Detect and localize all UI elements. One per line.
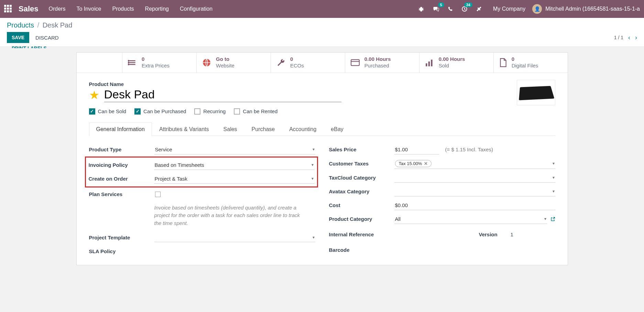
pager-prev[interactable]: ‹ — [628, 34, 630, 41]
taxcloud-select[interactable]: ▾ — [394, 173, 555, 183]
stat-digital-files[interactable]: 0Digital Files — [493, 53, 568, 73]
product-image[interactable] — [517, 80, 555, 105]
discard-button[interactable]: DISCARD — [35, 35, 59, 41]
menu-to-invoice[interactable]: To Invoice — [76, 6, 101, 12]
sla-policy-select[interactable] — [154, 246, 315, 256]
tab-accounting[interactable]: Accounting — [282, 122, 324, 136]
stat-spacer — [77, 53, 122, 73]
field-sla-policy: SLA Policy — [89, 244, 315, 258]
tab-purchase[interactable]: Purchase — [244, 122, 282, 136]
field-taxcloud-category: TaxCloud Category ▾ — [329, 171, 555, 185]
caret-down-icon: ▾ — [312, 176, 314, 181]
apps-icon[interactable] — [4, 5, 12, 13]
menu-orders[interactable]: Orders — [49, 6, 66, 12]
left-column: Product Type Service▾ Invoicing Policy B… — [89, 143, 315, 258]
stat-website[interactable]: Go toWebsite — [196, 53, 271, 73]
breadcrumb-root[interactable]: Products — [7, 21, 34, 29]
caret-down-icon: ▾ — [313, 235, 315, 240]
svg-rect-12 — [431, 60, 432, 66]
product-type-select[interactable]: Service▾ — [154, 145, 315, 154]
field-invoicing-policy: Invoicing Policy Based on Timesheets▾ — [89, 158, 314, 172]
internal-ref-input[interactable] — [394, 230, 472, 239]
card-icon — [351, 59, 360, 66]
wrench-icon — [276, 58, 285, 67]
messages-icon[interactable]: 5 — [433, 6, 439, 12]
globe-icon — [202, 58, 211, 67]
check-recurring[interactable]: Recurring — [194, 108, 226, 115]
check-can-be-purchased[interactable]: Can be Purchased — [134, 108, 186, 115]
check-can-be-rented[interactable]: Can be Rented — [234, 108, 277, 115]
version-label: Version — [479, 232, 510, 237]
check-can-be-sold[interactable]: Can be Sold — [89, 108, 127, 115]
control-panel: Products / Desk Pad SAVE DISCARD 1 / 1 ‹… — [0, 18, 644, 47]
checkbox-icon[interactable] — [234, 108, 240, 115]
topbar: Sales Orders To Invoice Products Reporti… — [0, 0, 644, 18]
menu-products[interactable]: Products — [112, 6, 134, 12]
external-link-icon[interactable] — [550, 217, 555, 222]
messages-badge: 5 — [438, 2, 444, 7]
checkbox-icon[interactable] — [89, 108, 95, 115]
field-product-type: Product Type Service▾ — [89, 143, 315, 157]
stat-extra-prices[interactable]: 0Extra Prices — [122, 53, 196, 73]
customer-taxes-input[interactable]: Tax 15.00%✕ ▾ — [394, 159, 555, 169]
caret-down-icon: ▾ — [553, 189, 555, 194]
tab-sales[interactable]: Sales — [216, 122, 244, 136]
pager: 1 / 1 ‹ › — [614, 34, 637, 41]
right-column: Sales Price $1.00 (= $ 1.15 Incl. Taxes)… — [329, 143, 555, 258]
invoicing-policy-select[interactable]: Based on Timesheets▾ — [154, 160, 314, 170]
favorite-star-icon[interactable]: ★ — [89, 88, 99, 102]
product-category-select[interactable]: All▾ — [394, 214, 547, 224]
create-on-order-select[interactable]: Project & Task▾ — [154, 174, 314, 184]
field-barcode: Barcode — [329, 243, 555, 257]
svg-point-6 — [128, 64, 129, 65]
caret-down-icon: ▾ — [312, 162, 314, 167]
plan-services-checkbox[interactable] — [155, 192, 161, 197]
project-template-select[interactable]: ▾ — [154, 233, 315, 242]
activities-icon[interactable]: 34 — [461, 6, 468, 12]
stat-ecos[interactable]: 0ECOs — [271, 53, 345, 73]
svg-rect-11 — [428, 62, 429, 66]
caret-down-icon: ▾ — [553, 175, 555, 180]
checkbox-icon[interactable] — [194, 108, 200, 115]
user-name: Mitchell Admin (16654581-saas-15-1-a — [545, 6, 640, 12]
svg-rect-10 — [426, 63, 427, 66]
field-cost: Cost $0.00 — [329, 198, 555, 212]
stat-buttons: 0Extra Prices Go toWebsite 0ECOs 0.00 Ho… — [77, 53, 568, 73]
caret-down-icon: ▾ — [544, 216, 546, 221]
app-brand[interactable]: Sales — [19, 4, 39, 13]
menu-configuration[interactable]: Configuration — [180, 6, 212, 12]
product-name-label: Product Name — [89, 81, 555, 87]
breadcrumb-current: Desk Pad — [43, 21, 73, 29]
phone-icon[interactable] — [448, 6, 453, 12]
highlighted-fields: Invoicing Policy Based on Timesheets▾ Cr… — [85, 157, 318, 187]
menu-reporting[interactable]: Reporting — [145, 6, 169, 12]
user-menu[interactable]: 👤 Mitchell Admin (16654581-saas-15-1-a — [532, 4, 640, 14]
svg-rect-8 — [351, 60, 359, 65]
incl-tax-text: (= $ 1.15 Incl. Taxes) — [445, 147, 493, 152]
pager-next[interactable]: › — [635, 34, 637, 41]
field-internal-reference: Internal Reference Version 1 — [329, 226, 555, 243]
tab-general-information[interactable]: General Information — [89, 122, 152, 136]
pager-text: 1 / 1 — [614, 35, 623, 40]
tab-ebay[interactable]: eBay — [324, 122, 350, 136]
debug-icon[interactable] — [418, 6, 424, 12]
tab-attributes-variants[interactable]: Attributes & Variants — [152, 122, 216, 136]
caret-down-icon: ▾ — [553, 161, 555, 166]
save-button[interactable]: SAVE — [7, 32, 29, 43]
form-sheet: 0Extra Prices Go toWebsite 0ECOs 0.00 Ho… — [76, 52, 568, 265]
field-customer-taxes: Customer Taxes Tax 15.00%✕ ▾ — [329, 157, 555, 171]
checkbox-icon[interactable] — [134, 108, 141, 115]
sales-price-input[interactable]: $1.00 — [394, 145, 439, 154]
cost-input[interactable]: $0.00 — [394, 201, 555, 210]
product-name-input[interactable] — [104, 88, 341, 102]
field-project-template: Project Template ▾ — [89, 230, 315, 244]
main-menu: Orders To Invoice Products Reporting Con… — [49, 6, 213, 12]
stat-sold[interactable]: 0.00 HoursSold — [419, 53, 493, 73]
company-switcher[interactable]: My Company — [493, 6, 525, 12]
avatax-select[interactable]: ▾ — [394, 187, 555, 196]
stat-purchased[interactable]: 0.00 HoursPurchased — [345, 53, 419, 73]
tools-icon[interactable] — [476, 6, 482, 12]
remove-tag-icon[interactable]: ✕ — [424, 161, 428, 166]
tax-tag: Tax 15.00%✕ — [395, 160, 432, 167]
barcode-input[interactable] — [394, 245, 555, 255]
